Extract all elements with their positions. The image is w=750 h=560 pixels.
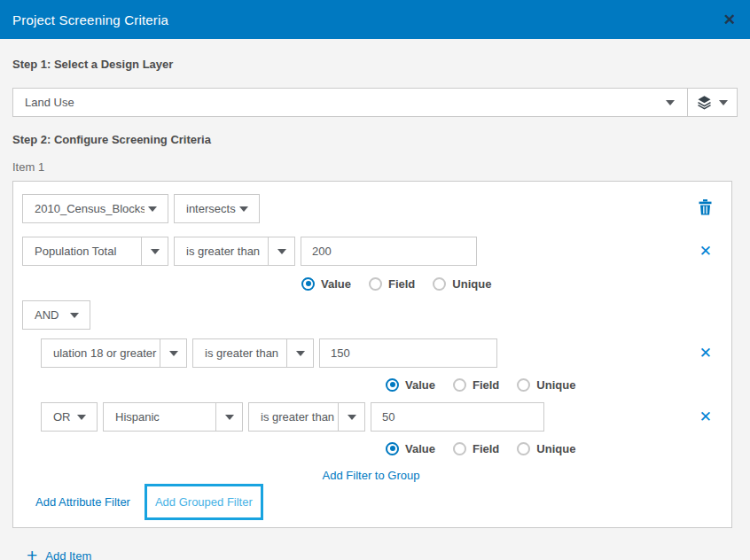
- remove-filter1-icon[interactable]: ✕: [699, 244, 712, 259]
- filter1-field-radio[interactable]: Field: [369, 277, 415, 291]
- filter3-conjunction-select[interactable]: OR: [41, 402, 98, 432]
- filter2-unique-radio[interactable]: Unique: [517, 378, 575, 392]
- chevron-down-icon: [151, 249, 160, 254]
- filter3-value-input[interactable]: [371, 402, 544, 432]
- trash-icon: [699, 199, 712, 215]
- add-grouped-filter-link[interactable]: Add Grouped Filter: [155, 495, 253, 509]
- filter-actions-row: Add Attribute Filter Add Grouped Filter: [35, 484, 720, 520]
- plus-icon: +: [27, 548, 37, 560]
- filter1-operator-value: is greater than: [175, 245, 268, 258]
- filter1-mode-radio-group: Value Field Unique: [301, 276, 720, 291]
- dialog-title: Project Screening Criteria: [12, 12, 168, 27]
- design-layer-select[interactable]: Land Use: [12, 88, 738, 117]
- chevron-down-icon: [719, 100, 728, 105]
- radio-unselected-icon: [453, 378, 466, 392]
- chevron-down-icon: [239, 206, 248, 212]
- project-screening-criteria-dialog: Project Screening Criteria ✕ Step 1: Sel…: [0, 0, 750, 560]
- conjunction-value: AND: [23, 308, 66, 322]
- radio-unselected-icon: [369, 277, 382, 291]
- radio-selected-icon: [301, 277, 315, 291]
- radio-unselected-icon: [453, 442, 466, 455]
- add-item-row[interactable]: + Add Item: [27, 548, 738, 560]
- screening-layer-select[interactable]: 2010_Census_Blocks: [22, 194, 168, 223]
- chevron-down-icon: [277, 249, 286, 254]
- remove-filter2-icon[interactable]: ✕: [699, 346, 712, 361]
- filter1-unique-radio[interactable]: Unique: [433, 277, 491, 291]
- radio-selected-icon: [386, 378, 399, 392]
- dialog-content: Step 1: Select a Design Layer Land Use S…: [0, 39, 750, 560]
- add-grouped-filter-highlight-box: Add Grouped Filter: [145, 484, 263, 520]
- close-icon[interactable]: ✕: [723, 12, 736, 27]
- add-attribute-filter-link[interactable]: Add Attribute Filter: [35, 495, 130, 509]
- conjunction-select[interactable]: AND: [22, 300, 90, 330]
- chevron-down-icon: [225, 415, 234, 420]
- conjunction-row: AND: [22, 300, 720, 330]
- chevron-down-icon: [148, 206, 157, 212]
- step1-label: Step 1: Select a Design Layer: [12, 58, 738, 71]
- radio-unselected-icon: [433, 277, 446, 291]
- filter1-operator-select[interactable]: is greater than: [174, 237, 295, 266]
- add-item-link[interactable]: Add Item: [45, 549, 91, 560]
- filter2-operator-select[interactable]: is greater than: [192, 338, 314, 368]
- filter2-field-radio[interactable]: Field: [453, 378, 499, 392]
- radio-selected-icon: [386, 442, 399, 455]
- filter1-field-value: Population Total: [23, 245, 141, 258]
- spatial-operator-select[interactable]: intersects: [174, 194, 260, 223]
- add-filter-to-group-link[interactable]: Add Filter to Group: [323, 469, 420, 482]
- filter2-value-input[interactable]: [319, 338, 497, 368]
- filter3-value-radio[interactable]: Value: [386, 442, 435, 455]
- radio-unselected-icon: [517, 378, 530, 392]
- chevron-down-icon: [70, 313, 79, 318]
- item1-label: Item 1: [12, 160, 738, 174]
- filter2-value-radio[interactable]: Value: [386, 378, 435, 392]
- filter3-operator-select[interactable]: is greater than: [248, 402, 365, 432]
- item1-panel: 2010_Census_Blocks intersects: [12, 181, 732, 528]
- filter1-value-input[interactable]: [301, 237, 477, 266]
- design-layer-value: Land Use: [13, 96, 666, 109]
- filter3-field-radio[interactable]: Field: [453, 442, 499, 455]
- layer-options-button[interactable]: [687, 89, 737, 116]
- add-filter-to-group-row: Add Filter to Group: [22, 469, 720, 482]
- chevron-down-icon: [666, 100, 675, 105]
- chevron-down-icon: [169, 351, 178, 356]
- step2-label: Step 2: Configure Screening Criteria: [12, 133, 738, 146]
- chevron-down-icon: [77, 415, 86, 420]
- filter3-field-select[interactable]: Hispanic: [103, 402, 243, 432]
- filter3-conjunction-value: OR: [42, 410, 74, 424]
- screening-layer-value: 2010_Census_Blocks: [23, 202, 145, 215]
- chevron-down-icon: [296, 351, 305, 356]
- filter1-value-radio[interactable]: Value: [301, 277, 351, 291]
- filter3-operator-value: is greater than: [249, 410, 338, 424]
- filter1-field-select[interactable]: Population Total: [22, 237, 168, 266]
- delete-item-button[interactable]: [699, 199, 712, 218]
- remove-filter3-icon[interactable]: ✕: [699, 409, 712, 424]
- layers-icon: [697, 95, 712, 110]
- filter3-field-value: Hispanic: [104, 410, 215, 424]
- filter2-field-value: ulation 18 or greater: [42, 346, 160, 360]
- attribute-filter-row-2: ulation 18 or greater is greater than ✕: [41, 338, 720, 368]
- dialog-header: Project Screening Criteria ✕: [0, 0, 750, 39]
- filter3-unique-radio[interactable]: Unique: [517, 442, 575, 455]
- attribute-filter-row-3: OR Hispanic is greater than ✕: [41, 402, 720, 432]
- filter2-mode-radio-group: Value Field Unique: [386, 377, 720, 392]
- chevron-down-icon: [348, 415, 356, 420]
- spatial-operator-value: intersects: [175, 202, 236, 215]
- attribute-filter-row-1: Population Total is greater than ✕: [22, 237, 720, 266]
- filter2-operator-value: is greater than: [193, 346, 286, 360]
- filter3-mode-radio-group: Value Field Unique: [386, 441, 720, 455]
- layer-filter-row: 2010_Census_Blocks intersects: [22, 194, 720, 223]
- radio-unselected-icon: [517, 442, 530, 455]
- filter2-field-select[interactable]: ulation 18 or greater: [41, 338, 187, 368]
